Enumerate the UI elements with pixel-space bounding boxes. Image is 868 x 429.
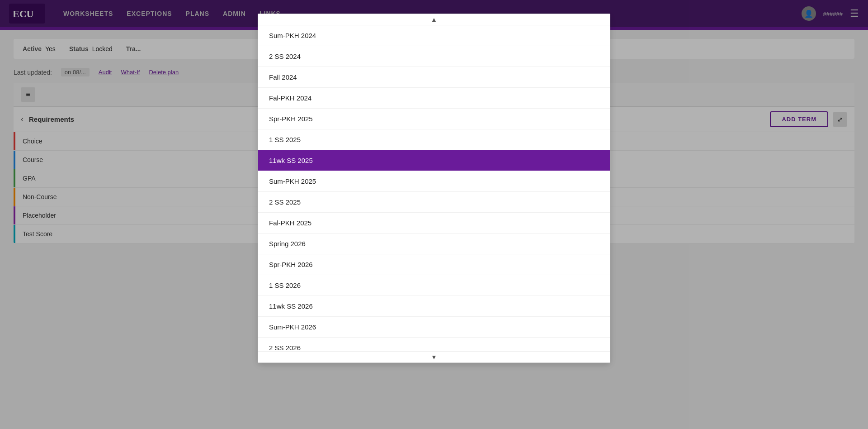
dropdown-item[interactable]: 11wk SS 2025: [258, 150, 610, 171]
dropdown-item[interactable]: 11wk SS 2026: [258, 296, 610, 317]
dropdown-item[interactable]: Fall 2024: [258, 67, 610, 88]
dropdown-item[interactable]: Fal-PKH 2025: [258, 213, 610, 234]
dropdown-item[interactable]: Sum-PKH 2024: [258, 25, 610, 46]
dropdown-item[interactable]: 1 SS 2026: [258, 275, 610, 296]
dropdown-item[interactable]: 1 SS 2025: [258, 129, 610, 150]
dropdown-item[interactable]: Sum-PKH 2025: [258, 171, 610, 192]
dropdown-item[interactable]: Spring 2026: [258, 234, 610, 254]
dropdown-item[interactable]: 2 SS 2025: [258, 192, 610, 213]
dropdown-item[interactable]: 2 SS 2024: [258, 46, 610, 67]
dropdown-item[interactable]: 2 SS 2026: [258, 338, 610, 351]
scroll-down-indicator[interactable]: ▼: [258, 351, 610, 362]
dropdown-item[interactable]: Spr-PKH 2025: [258, 109, 610, 129]
dropdown-list: Sum-PKH 20242 SS 2024Fall 2024Fal-PKH 20…: [258, 25, 610, 351]
dropdown-item[interactable]: Fal-PKH 2024: [258, 88, 610, 109]
term-dropdown-modal: ▲ Sum-PKH 20242 SS 2024Fall 2024Fal-PKH …: [258, 14, 610, 363]
dropdown-item[interactable]: Sum-PKH 2026: [258, 317, 610, 338]
dropdown-item[interactable]: Spr-PKH 2026: [258, 254, 610, 275]
scroll-up-indicator[interactable]: ▲: [258, 14, 610, 25]
